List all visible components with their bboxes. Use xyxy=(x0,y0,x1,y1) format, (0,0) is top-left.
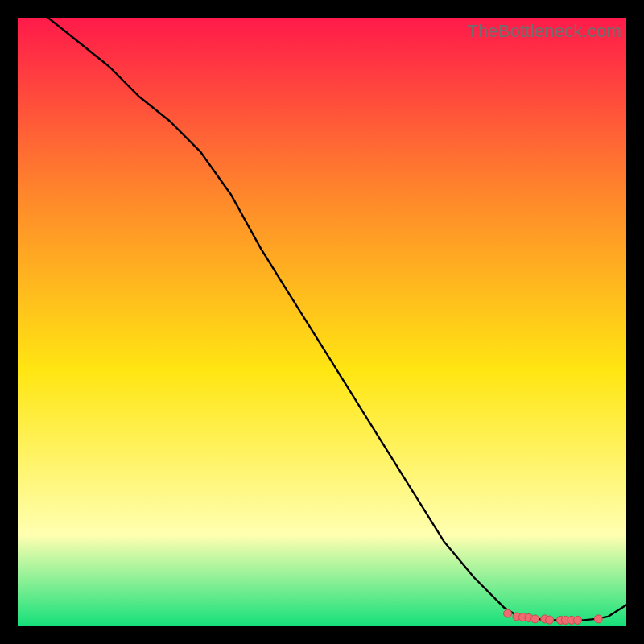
plot-area: TheBottleneck.com xyxy=(18,18,626,626)
marker-dot xyxy=(594,615,602,623)
marker-dot xyxy=(504,609,512,617)
marker-dot xyxy=(546,616,554,624)
marker-dot xyxy=(574,616,582,624)
chart-frame: TheBottleneck.com xyxy=(0,0,644,644)
chart-svg xyxy=(18,18,626,626)
gradient-background xyxy=(18,18,626,626)
marker-dot xyxy=(531,615,539,623)
